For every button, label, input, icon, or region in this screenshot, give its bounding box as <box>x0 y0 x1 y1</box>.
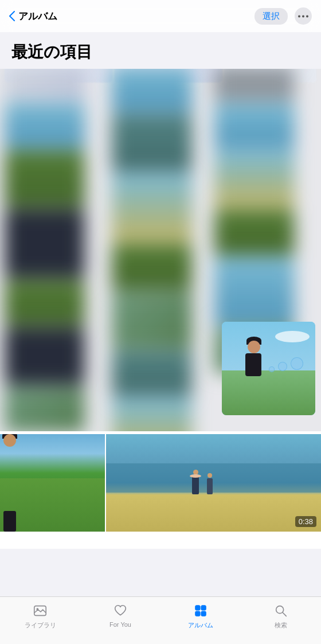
tab-library[interactable]: ライブラリ <box>0 603 80 630</box>
blur-item <box>112 350 192 396</box>
photo-child-grass[interactable] <box>0 434 105 532</box>
tab-albums[interactable]: アルバム <box>160 603 241 630</box>
section-header: 最近の項目 <box>0 32 321 69</box>
beach-water <box>106 463 321 493</box>
svg-point-0 <box>298 15 300 17</box>
tab-for-you-label: For You <box>109 621 131 628</box>
child-head-grass <box>3 434 16 447</box>
blur-item <box>5 209 85 278</box>
blur-item <box>5 280 85 326</box>
tab-library-label: ライブラリ <box>25 621 56 630</box>
blur-item <box>5 387 85 432</box>
svg-point-1 <box>302 15 304 17</box>
svg-rect-5 <box>195 606 200 610</box>
select-button[interactable]: 選択 <box>255 8 288 25</box>
blur-item <box>214 103 295 149</box>
photo-beach-video[interactable]: 0:38 <box>106 434 321 532</box>
page-title: アルバム <box>18 10 255 23</box>
svg-rect-7 <box>195 611 200 616</box>
back-button[interactable]: ‹ <box>9 11 15 21</box>
blur-item <box>112 173 192 242</box>
blur-item <box>112 67 192 112</box>
header-actions: 選択 <box>255 7 312 25</box>
featured-photo-bubble[interactable] <box>222 322 315 415</box>
more-button[interactable] <box>295 7 312 25</box>
blur-item <box>5 150 85 208</box>
person-2 <box>207 478 213 494</box>
blur-column-1 <box>5 67 85 432</box>
blur-item <box>5 327 85 385</box>
svg-line-10 <box>283 612 286 616</box>
bubble-medium <box>278 362 287 371</box>
person-1 <box>192 476 199 494</box>
child-body <box>245 353 261 376</box>
tab-for-you[interactable]: For You <box>80 603 160 628</box>
beach-sand <box>106 494 321 532</box>
blur-item <box>214 67 295 101</box>
blur-item <box>5 103 85 149</box>
beach-figures <box>192 476 213 497</box>
child-bubble-image <box>222 322 315 415</box>
bubble-small <box>269 366 275 372</box>
header: ‹ アルバム 選択 <box>0 0 321 32</box>
blur-item <box>112 244 192 290</box>
bubbles <box>269 366 303 372</box>
tab-bar: ライブラリ For You アルバム 検索 <box>0 596 321 644</box>
blur-item <box>214 150 295 208</box>
video-duration: 0:38 <box>295 516 316 527</box>
blur-item <box>214 257 295 326</box>
svg-point-4 <box>37 608 39 610</box>
blur-column-2 <box>112 67 192 455</box>
svg-rect-8 <box>201 611 206 616</box>
for-you-icon <box>112 603 128 619</box>
child-body-grass <box>3 511 16 532</box>
blur-item <box>214 209 295 255</box>
bubble-large <box>291 357 303 370</box>
blur-item <box>112 291 192 349</box>
search-icon <box>273 603 289 619</box>
blur-item <box>112 114 192 171</box>
svg-rect-6 <box>201 606 206 610</box>
library-icon <box>32 603 48 619</box>
tab-search-label: 検索 <box>275 621 287 630</box>
tab-albums-label: アルバム <box>188 621 213 630</box>
ground-bg <box>222 370 315 415</box>
svg-point-2 <box>306 15 308 17</box>
albums-icon <box>193 603 209 619</box>
bottom-photos-row: 0:38 <box>0 434 321 532</box>
tab-search[interactable]: 検索 <box>241 603 321 630</box>
child-head <box>248 341 260 353</box>
section-title: 最近の項目 <box>11 41 310 63</box>
main-content: 0:38 <box>0 0 321 596</box>
blur-item <box>5 67 85 101</box>
